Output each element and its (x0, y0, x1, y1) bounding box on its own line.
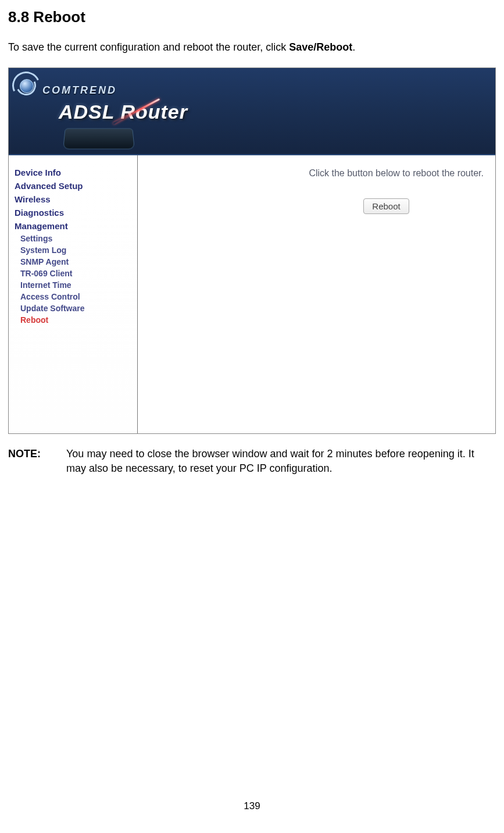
sidebar-item-diagnostics[interactable]: Diagnostics (9, 206, 137, 219)
comtrend-logo-icon (12, 72, 42, 102)
sidebar-item-wireless[interactable]: Wireless (9, 193, 137, 206)
sidebar-item-device-info[interactable]: Device Info (9, 166, 137, 179)
sidebar-sub-access-control[interactable]: Access Control (9, 291, 137, 302)
sidebar-sub-settings[interactable]: Settings (9, 233, 137, 244)
brand-text: COMTREND (42, 84, 117, 97)
section-heading: 8.8 Reboot (8, 8, 496, 26)
sidebar-item-management[interactable]: Management (9, 219, 137, 233)
product-title: ADSL Router (59, 101, 188, 123)
note-label: NOTE: (8, 447, 66, 476)
reboot-button[interactable]: Reboot (363, 198, 409, 214)
main-content: Click the button below to reboot the rou… (138, 155, 495, 433)
intro-prefix: To save the current configuration and re… (8, 41, 289, 53)
sidebar-sub-tr069-client[interactable]: TR-069 Client (9, 268, 137, 279)
sidebar-sub-snmp-agent[interactable]: SNMP Agent (9, 256, 137, 268)
page-number: 139 (0, 800, 504, 812)
sidebar-sub-reboot[interactable]: Reboot (9, 314, 137, 326)
note-body: You may need to close the browser window… (66, 447, 496, 476)
banner: COMTREND ADSL Router (9, 68, 495, 155)
sidebar-nav: Device Info Advanced Setup Wireless Diag… (9, 155, 138, 433)
sidebar-sub-system-log[interactable]: System Log (9, 244, 137, 256)
intro-suffix: . (352, 41, 355, 53)
sidebar-item-advanced-setup[interactable]: Advanced Setup (9, 179, 137, 193)
reboot-instruction-text: Click the button below to reboot the rou… (146, 168, 487, 179)
intro-text: To save the current configuration and re… (8, 41, 496, 54)
note-block: NOTE: You may need to close the browser … (8, 447, 496, 476)
intro-bold: Save/Reboot (289, 41, 352, 53)
router-admin-screenshot: COMTREND ADSL Router Device Info Advance… (8, 67, 496, 434)
sidebar-sub-internet-time[interactable]: Internet Time (9, 279, 137, 291)
router-device-icon (63, 128, 135, 149)
sidebar-sub-update-software[interactable]: Update Software (9, 302, 137, 314)
